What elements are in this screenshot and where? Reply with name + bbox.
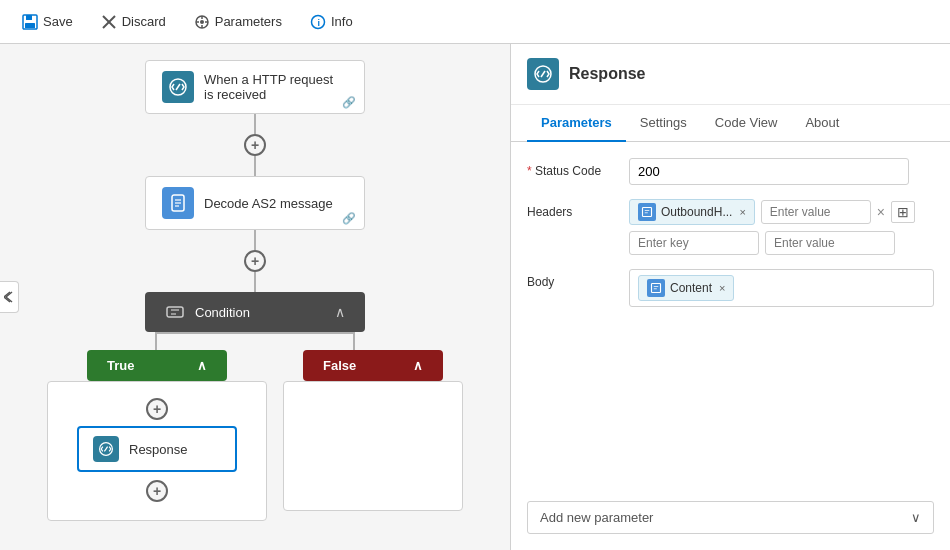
enter-value-input-2[interactable] — [765, 231, 895, 255]
chevron-down-icon: ∨ — [911, 510, 921, 525]
false-branch-label: False — [323, 358, 356, 373]
content-chip-close-button[interactable]: × — [719, 282, 725, 294]
chip-label: OutboundH... — [661, 205, 732, 219]
header-row-1: OutboundH... × × ⊞ — [629, 199, 934, 225]
chip-icon — [638, 203, 656, 221]
condition-label: Condition — [195, 305, 250, 320]
link-icon: 🔗 — [342, 96, 356, 109]
svg-point-6 — [200, 20, 204, 24]
tab-code-view[interactable]: Code View — [701, 105, 792, 142]
parameters-label: Parameters — [215, 14, 282, 29]
header-row-2 — [629, 231, 934, 255]
response-label: Response — [129, 442, 188, 457]
flow-container: When a HTTP requestis received 🔗 + Decod… — [0, 60, 510, 521]
svg-line-25 — [541, 71, 545, 77]
status-code-row: * Status Code — [527, 158, 934, 185]
content-chip-icon — [647, 279, 665, 297]
add-param-label: Add new parameter — [540, 510, 653, 525]
condition-collapse-icon: ∧ — [335, 304, 345, 320]
status-code-input[interactable] — [629, 158, 909, 185]
panel-header-icon — [527, 58, 559, 90]
save-icon — [22, 14, 38, 30]
true-branch-body: + Response + — [47, 381, 267, 521]
http-request-node[interactable]: When a HTTP requestis received 🔗 — [145, 60, 365, 114]
add-param-row: Add new parameter ∨ — [527, 501, 934, 534]
info-icon: i — [310, 14, 326, 30]
headers-area: OutboundH... × × ⊞ — [629, 199, 934, 255]
decode-as2-icon — [162, 187, 194, 219]
response-icon — [93, 436, 119, 462]
true-branch-add-bottom-button[interactable]: + — [146, 480, 168, 502]
branch-section: True ∧ + Response — [0, 332, 510, 521]
outbound-header-chip[interactable]: OutboundH... × — [629, 199, 755, 225]
parameters-button[interactable]: Parameters — [188, 10, 288, 34]
discard-button[interactable]: Discard — [95, 10, 172, 34]
tab-settings[interactable]: Settings — [626, 105, 701, 142]
save-button[interactable]: Save — [16, 10, 79, 34]
content-chip-label: Content — [670, 281, 712, 295]
decode-as2-label: Decode AS2 message — [204, 196, 333, 211]
http-request-icon — [162, 71, 194, 103]
info-button[interactable]: i Info — [304, 10, 359, 34]
parameters-icon — [194, 14, 210, 30]
delete-header-button[interactable]: × — [877, 204, 885, 220]
canvas: When a HTTP requestis received 🔗 + Decod… — [0, 44, 510, 550]
body-label: Body — [527, 269, 617, 289]
condition-node[interactable]: Condition ∧ — [145, 292, 365, 332]
true-branch-label: True — [107, 358, 134, 373]
line — [254, 114, 256, 134]
body-chip-area[interactable]: Content × — [629, 269, 934, 307]
true-branch-collapse: ∧ — [197, 358, 207, 373]
line — [254, 156, 256, 176]
panel-header: Response — [511, 44, 950, 105]
svg-rect-2 — [25, 23, 35, 28]
panel-title: Response — [569, 65, 645, 83]
false-branch-header[interactable]: False ∧ — [303, 350, 443, 381]
connector-1: + — [244, 114, 266, 176]
link-icon: 🔗 — [342, 212, 356, 225]
status-code-label: * Status Code — [527, 158, 617, 178]
main: When a HTTP requestis received 🔗 + Decod… — [0, 44, 950, 550]
panel: Response Parameters Settings Code View A… — [510, 44, 950, 550]
true-branch-add-button[interactable]: + — [146, 398, 168, 420]
enter-key-input[interactable] — [629, 231, 759, 255]
svg-rect-26 — [643, 208, 652, 217]
svg-rect-1 — [26, 15, 32, 20]
collapse-panel-button[interactable] — [0, 281, 19, 313]
http-request-label: When a HTTP requestis received — [204, 72, 333, 102]
tab-about[interactable]: About — [791, 105, 853, 142]
required-star: * — [527, 164, 532, 178]
connector-2: + — [244, 230, 266, 292]
false-branch-collapse: ∧ — [413, 358, 423, 373]
svg-rect-19 — [167, 307, 183, 317]
headers-row: Headers OutboundH... × × ⊞ — [527, 199, 934, 255]
add-step-2-button[interactable]: + — [244, 250, 266, 272]
save-label: Save — [43, 14, 73, 29]
close-icon — [101, 14, 117, 30]
tab-parameters[interactable]: Parameters — [527, 105, 626, 142]
array-icon-button[interactable]: ⊞ — [891, 201, 915, 223]
enter-value-input-1[interactable] — [761, 200, 871, 224]
content-chip[interactable]: Content × — [638, 275, 734, 301]
condition-icon — [165, 302, 185, 322]
svg-rect-29 — [652, 284, 661, 293]
svg-line-14 — [176, 84, 180, 90]
true-branch: True ∧ + Response — [47, 350, 267, 521]
svg-line-23 — [104, 447, 107, 452]
tabs: Parameters Settings Code View About — [511, 105, 950, 142]
response-node[interactable]: Response — [77, 426, 237, 472]
horizontal-line — [155, 332, 355, 334]
right-branch-line — [353, 332, 355, 350]
add-step-1-button[interactable]: + — [244, 134, 266, 156]
decode-as2-node[interactable]: Decode AS2 message 🔗 — [145, 176, 365, 230]
body-row: Body Content × — [527, 269, 934, 307]
left-branch-line — [155, 332, 157, 350]
headers-label: Headers — [527, 199, 617, 219]
toolbar: Save Discard Parameters i Info — [0, 0, 950, 44]
chip-close-button[interactable]: × — [739, 206, 745, 218]
line — [254, 230, 256, 250]
add-param-select[interactable]: Add new parameter ∨ — [527, 501, 934, 534]
branch-container: True ∧ + Response — [47, 350, 463, 521]
form-area: * Status Code Headers OutboundH... × — [511, 142, 950, 501]
true-branch-header[interactable]: True ∧ — [87, 350, 227, 381]
